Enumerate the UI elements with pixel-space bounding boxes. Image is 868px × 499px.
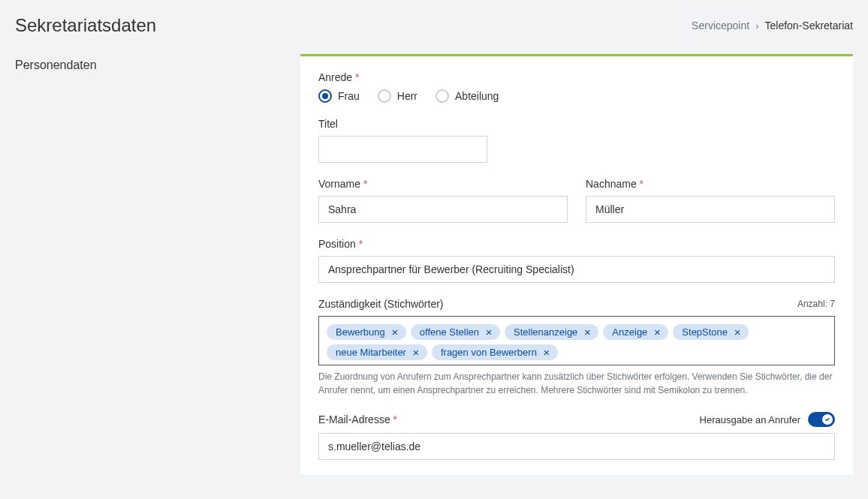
keywords-group: Zuständigkeit (Stichwörter) Anzahl: 7 Be…: [318, 298, 835, 397]
radio-option-frau[interactable]: Frau: [318, 89, 360, 103]
radio-option-abteilung[interactable]: Abteilung: [436, 89, 499, 103]
keywords-help: Die Zuordnung von Anrufern zum Ansprechp…: [318, 370, 835, 397]
disclosure-toggle-wrapper: Herausgabe an Anrufer: [700, 412, 835, 427]
keyword-tag: StepStone×: [673, 324, 749, 340]
firstname-label: Vorname *: [318, 178, 568, 190]
keyword-tag: Anzeige×: [603, 324, 668, 340]
breadcrumb-current: Telefon-Sekretariat: [764, 20, 853, 32]
disclosure-label: Herausgabe an Anrufer: [700, 414, 800, 425]
required-indicator: *: [359, 238, 363, 250]
lastname-input[interactable]: [586, 196, 835, 223]
close-icon[interactable]: ×: [582, 327, 592, 338]
salutation-radios: Frau Herr Abteilung: [318, 89, 835, 103]
close-icon[interactable]: ×: [390, 327, 400, 338]
firstname-input[interactable]: [318, 196, 568, 223]
check-icon: [824, 416, 830, 422]
title-group: Titel: [318, 118, 835, 163]
keyword-tag-label: Stellenanzeige: [514, 326, 577, 338]
keyword-tag: Bewerbung×: [327, 324, 406, 340]
close-icon[interactable]: ×: [732, 327, 743, 338]
keyword-tag: Stellenanzeige×: [505, 324, 598, 340]
chevron-right-icon: ›: [755, 20, 758, 32]
keyword-tag-label: StepStone: [682, 326, 728, 338]
position-group: Position *: [318, 238, 835, 283]
radio-abteilung[interactable]: [436, 89, 449, 103]
keyword-tag-label: Anzeige: [612, 326, 647, 338]
page-title: Sekretariatsdaten: [15, 15, 156, 36]
keyword-tag-label: Bewerbung: [336, 326, 385, 338]
required-indicator: *: [393, 413, 397, 425]
disclosure-toggle[interactable]: [808, 412, 835, 427]
salutation-group: Anrede * Frau Herr Abteilung: [318, 71, 835, 103]
keywords-count: Anzahl: 7: [797, 299, 835, 309]
keyword-tag: neue Mitarbeiter×: [327, 344, 427, 360]
firstname-group: Vorname *: [318, 178, 568, 223]
radio-label-herr: Herr: [397, 90, 417, 102]
radio-herr[interactable]: [378, 89, 391, 103]
breadcrumb-parent[interactable]: Servicepoint: [692, 20, 749, 32]
keyword-tag-label: neue Mitarbeiter: [336, 347, 406, 358]
keyword-tag: offene Stellen×: [411, 324, 500, 340]
required-indicator: *: [640, 178, 643, 190]
keyword-tag: fragen von Bewerbern×: [432, 344, 558, 360]
close-icon[interactable]: ×: [411, 347, 421, 358]
keywords-input[interactable]: Bewerbung×offene Stellen×Stellenanzeige×…: [318, 316, 835, 365]
sidebar-item-personendaten[interactable]: Personendaten: [15, 54, 285, 77]
required-indicator: *: [355, 71, 359, 83]
radio-option-herr[interactable]: Herr: [378, 89, 417, 103]
close-icon[interactable]: ×: [652, 327, 662, 338]
salutation-label: Anrede *: [318, 71, 835, 83]
lastname-label: Nachname *: [586, 178, 835, 190]
email-label: E-Mail-Adresse *: [318, 413, 397, 425]
breadcrumb: Servicepoint › Telefon-Sekretariat: [692, 20, 853, 32]
main-form: Anrede * Frau Herr Abteilung: [300, 54, 853, 475]
close-icon[interactable]: ×: [541, 347, 552, 358]
radio-label-frau: Frau: [338, 90, 360, 102]
position-input[interactable]: [318, 256, 835, 283]
email-group: E-Mail-Adresse * Herausgabe an Anrufer: [318, 412, 835, 460]
page-header: Sekretariatsdaten Servicepoint › Telefon…: [15, 15, 853, 36]
required-indicator: *: [363, 178, 367, 190]
keyword-tag-label: fragen von Bewerbern: [441, 347, 537, 358]
title-label: Titel: [318, 118, 835, 130]
sidebar: Personendaten: [15, 54, 300, 475]
keywords-label: Zuständigkeit (Stichwörter): [318, 298, 444, 310]
toggle-knob: [822, 414, 833, 425]
title-input[interactable]: [318, 136, 487, 163]
close-icon[interactable]: ×: [484, 327, 494, 338]
lastname-group: Nachname *: [586, 178, 835, 223]
position-label: Position *: [318, 238, 835, 250]
keyword-tag-label: offene Stellen: [420, 326, 479, 338]
radio-frau[interactable]: [318, 89, 332, 103]
email-input[interactable]: [318, 433, 835, 460]
radio-label-abteilung: Abteilung: [455, 90, 499, 102]
